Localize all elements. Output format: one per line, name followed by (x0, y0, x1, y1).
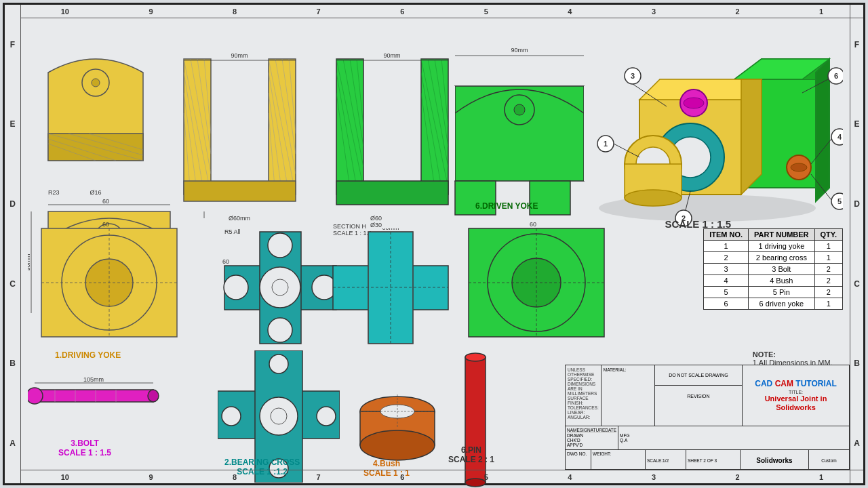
col-label-bottom-2: 2 (735, 473, 739, 481)
row-label-f-left: F (10, 40, 15, 49)
spec-angular: ANGULAR: (568, 415, 599, 420)
svg-text:Ø16: Ø16 (90, 189, 101, 196)
sig-appvd-row: APPV'D (567, 443, 616, 447)
svg-point-15 (514, 104, 525, 115)
col-label-bottom-3: 3 (652, 473, 656, 481)
sheet-value: SHEET 2 OF 3 (688, 458, 717, 463)
assembly-3d-svg: 3 1 6 4 5 2 (572, 39, 843, 228)
svg-text:Ø60mm: Ø60mm (229, 215, 250, 222)
table-row: 5 5 Pin 2 (704, 287, 843, 298)
table-header-qty: QTY. (814, 229, 842, 241)
do-not-scale: DO NOT SCALE DRAWING (655, 365, 742, 386)
col-label-9: 9 (149, 7, 153, 16)
table-header-item: ITEM NO. (704, 229, 749, 241)
sig-appvd: APPV'D (567, 443, 616, 447)
col-label-1: 1 (819, 7, 823, 16)
spec-linear: LINEAR: (568, 410, 599, 415)
svg-text:R23: R23 (48, 189, 60, 196)
svg-text:3: 3 (631, 72, 635, 80)
driving-yoke-plan-svg: 60 (28, 222, 197, 357)
custom-area: Custom (808, 450, 849, 470)
col-label-bottom-9: 9 (149, 473, 153, 481)
revision-label: REVISION (655, 386, 742, 406)
driven-yoke-label: 6.DRIVEN YOKE (475, 201, 538, 211)
sig-drawn-row: DRAWN (567, 433, 616, 438)
software-label: Solidworks (756, 457, 792, 464)
weight-area: WEIGHT: (591, 450, 646, 470)
svg-point-140 (791, 163, 807, 171)
spec-unless: UNLESS OTHERWISE SPECIFIED: (568, 367, 599, 382)
bolt-svg: 105mm (28, 378, 197, 418)
dwg-no-label: DWG NO. (567, 451, 589, 456)
svg-point-136 (625, 190, 682, 206)
svg-point-41 (360, 430, 435, 460)
weight-label: WEIGHT: (593, 451, 644, 456)
sig-chkd-row: CHK'D (567, 438, 616, 443)
bush-svg (353, 378, 441, 466)
spec-surface: SURFACE FINISH: (568, 396, 599, 405)
row-label-b-right: B (854, 359, 860, 368)
pin-label: 6.PINSCALE 2 : 1 (448, 445, 494, 464)
signature-row: NAME SIGNATURE DATE DRAWN CHK'D APPV'D (566, 426, 849, 450)
col-label-5: 5 (484, 7, 488, 16)
col-label-8: 8 (233, 7, 237, 16)
drawing-title: Universal Joint inSolidworks (765, 394, 827, 412)
scale-area: SCALE:1/2 (646, 450, 686, 470)
notes-title: NOTE: (753, 350, 843, 359)
svg-point-49 (92, 79, 100, 87)
col-label-bottom-4: 4 (568, 473, 572, 481)
col-label-10: 10 (61, 7, 69, 16)
sheet-area: SHEET 2 OF 3 (686, 450, 741, 470)
title-block-specs: UNLESS OTHERWISE SPECIFIED: DIMENSIONS A… (566, 365, 601, 426)
svg-text:60: 60 (102, 222, 109, 228)
svg-text:105mm: 105mm (83, 378, 104, 383)
svg-point-35 (269, 354, 288, 373)
tutorial-text: TUTORIAL (795, 379, 836, 388)
col-label-7: 7 (317, 7, 321, 16)
col-label-bottom-7: 7 (317, 473, 321, 481)
svg-point-38 (317, 407, 336, 426)
sig-drawn-sig (583, 433, 599, 438)
col-label-3: 3 (652, 7, 656, 16)
row-label-c-right: C (854, 279, 860, 289)
pin-svg (455, 350, 496, 488)
row-label-d-right: D (854, 199, 860, 209)
sig-signature-header: SIGNATURE (580, 428, 605, 432)
title-block: UNLESS OTHERWISE SPECIFIED: DIMENSIONS A… (565, 365, 850, 470)
sig-chkd: CHK'D (567, 438, 616, 443)
col-label-bottom-8: 8 (233, 473, 237, 481)
row-label-e-right: E (854, 119, 859, 129)
svg-text:60mm: 60mm (382, 228, 399, 231)
section-hh-svg: 90mm Ø60mm SECTION H-H SCALE 1 : 1.4 (177, 52, 302, 228)
table-header-part: PART NUMBER (749, 229, 814, 241)
svg-point-111 (272, 279, 288, 296)
parts-table: ITEM NO. PART NUMBER QTY. 1 1 driving yo… (703, 228, 843, 310)
svg-text:90mm: 90mm (383, 52, 400, 59)
cad-cam-tutorial: CAD CAM TUTORIAL (755, 379, 836, 388)
drawing-area: 60 90mm 1.DRIVING YOKE 90mm (21, 18, 850, 470)
svg-text:6: 6 (834, 72, 838, 80)
svg-text:90mm: 90mm (231, 52, 248, 59)
bolt-label: 3.BOLTSCALE 1 : 1.5 (58, 439, 111, 458)
svg-text:Ø30: Ø30 (370, 222, 382, 228)
sig-mfg: MFG (620, 433, 848, 438)
svg-point-112 (268, 233, 292, 258)
svg-rect-74 (184, 181, 296, 201)
software-label-area: Solidworks (741, 450, 808, 470)
svg-text:4: 4 (837, 133, 842, 141)
svg-point-114 (224, 275, 248, 300)
sig-mfg-area: MFG Q.A (618, 426, 849, 449)
sig-drawn-date (600, 433, 616, 438)
svg-point-37 (222, 407, 241, 426)
sig-header-row: NAME SIGNATURE DATE (567, 428, 616, 433)
svg-point-34 (271, 408, 287, 424)
drawing-border: 10 9 8 7 6 5 4 3 2 1 F E D C B A F E D C… (3, 3, 865, 485)
row-label-f-right: F (854, 40, 859, 49)
svg-text:1: 1 (604, 140, 608, 148)
cam-text: CAM (775, 379, 796, 388)
row-label-d-left: D (9, 199, 16, 209)
table-row: 6 6 driven yoke 1 (704, 298, 843, 310)
svg-text:60: 60 (530, 222, 536, 228)
table-row: 1 1 driving yoke 1 (704, 241, 843, 252)
col-label-bottom-6: 6 (400, 473, 404, 481)
